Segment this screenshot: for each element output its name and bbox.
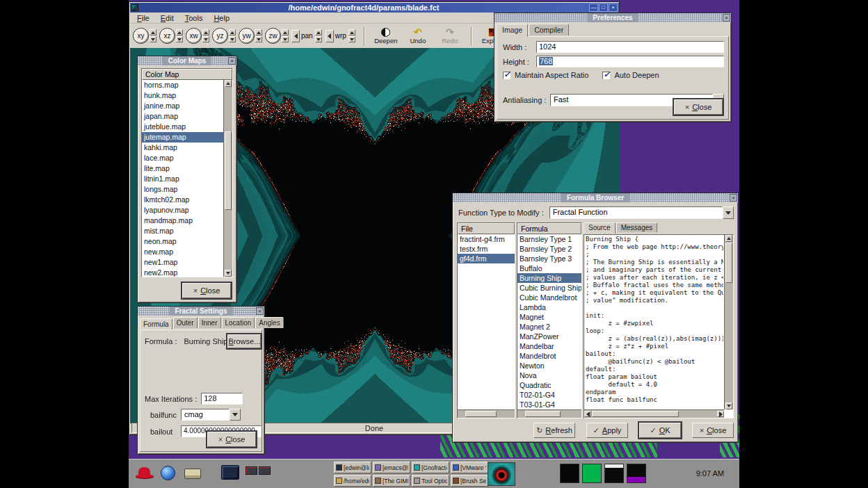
source-tab[interactable]: Messages — [616, 222, 658, 232]
color-swatch[interactable] — [604, 464, 624, 483]
spinner-up-icon[interactable] — [229, 29, 236, 35]
pan-left-icon[interactable] — [291, 30, 300, 42]
colormap-item[interactable]: juteblue.map — [142, 122, 223, 132]
scrollbar-thumb[interactable] — [725, 243, 732, 283]
spinner-down-icon[interactable] — [176, 36, 183, 42]
window-menu-icon[interactable] — [131, 4, 138, 11]
source-tab[interactable]: Source — [584, 222, 616, 234]
file-column-header[interactable]: File — [458, 223, 515, 234]
colormap-item[interactable]: lkmtch02.map — [142, 195, 223, 205]
spinner-down-icon[interactable] — [282, 36, 289, 42]
file-list-hscrollbar[interactable] — [458, 409, 515, 418]
fractal-settings-tab[interactable]: Location — [222, 317, 255, 328]
scrollbar-thumb[interactable] — [592, 411, 679, 417]
spinner-up-icon[interactable] — [150, 29, 156, 35]
source-code[interactable]: Burning Ship { ; From the web page http:… — [586, 236, 723, 409]
formula-item[interactable]: Burning Ship — [517, 273, 581, 283]
spinner-down-icon[interactable] — [315, 36, 322, 42]
rotation-button[interactable]: yw — [239, 28, 255, 44]
scroll-up-icon[interactable] — [725, 235, 732, 242]
chevron-down-icon[interactable] — [723, 206, 734, 219]
minimize-button[interactable]: — — [589, 3, 598, 12]
redhat-menu-icon[interactable] — [136, 466, 154, 481]
terminal-icon[interactable] — [221, 465, 239, 480]
formula-column-header[interactable]: Formula — [517, 223, 581, 234]
workspace-icon[interactable] — [259, 466, 271, 475]
formula-item[interactable]: ManZPower — [517, 332, 581, 341]
spinner-down-icon[interactable] — [255, 36, 262, 42]
task-button[interactable]: [Brush Sele — [451, 475, 488, 487]
formula-item[interactable]: T03-01-G4 — [517, 400, 581, 409]
undo-button[interactable]: ↶ Undo — [402, 24, 434, 47]
menu-item[interactable]: Edit — [155, 13, 179, 23]
scroll-up-icon[interactable] — [225, 80, 232, 87]
colormap-item[interactable]: neon.map — [142, 236, 223, 247]
formula-item[interactable]: Cubic Mandelbrot — [517, 293, 581, 302]
formula-item[interactable]: Nova — [517, 371, 581, 380]
bailfunc-dropdown[interactable]: cmag — [181, 409, 241, 421]
fractal-thumbnail[interactable] — [488, 462, 515, 486]
close-icon[interactable]: × — [228, 57, 236, 65]
colormap-item[interactable]: longs.map — [142, 184, 223, 195]
close-button[interactable]: × Close — [692, 423, 734, 438]
colormap-item[interactable]: lyapunov.map — [142, 205, 223, 215]
close-button[interactable]: × Close — [674, 99, 723, 115]
spinner-up-icon[interactable] — [202, 29, 209, 35]
color-swatch[interactable] — [582, 464, 602, 483]
fractal-settings-tab[interactable]: Formula — [140, 318, 172, 330]
fractal-settings-tab[interactable]: Inner — [198, 317, 221, 328]
spinner-up-icon[interactable] — [315, 29, 322, 35]
width-input[interactable]: 1024 — [536, 41, 724, 53]
formula-item[interactable]: Mandelbrot — [517, 351, 581, 361]
task-button[interactable]: [edwin@loca — [334, 462, 371, 473]
formula-list-hscrollbar[interactable] — [517, 409, 581, 418]
pan-left-icon[interactable] — [326, 30, 334, 42]
colormap-item[interactable]: new1.map — [142, 257, 223, 268]
function-type-dropdown[interactable]: Fractal Function — [549, 206, 734, 219]
formula-item[interactable]: Barnsley Type 1 — [517, 234, 581, 244]
chevron-down-icon[interactable] — [230, 409, 241, 421]
menu-item[interactable]: Help — [208, 13, 235, 23]
colormap-item[interactable]: new.map — [142, 247, 223, 257]
colormap-item[interactable]: litnin1.map — [142, 174, 223, 184]
formula-item[interactable]: Cubic Burning Ship — [517, 283, 581, 293]
menu-item[interactable]: File — [131, 13, 155, 23]
close-icon[interactable]: × — [723, 14, 730, 22]
preferences-titlebar[interactable]: Preferences × — [495, 13, 731, 22]
colormap-item[interactable]: hunk.map — [142, 90, 223, 101]
colormap-item[interactable]: new2.map — [142, 268, 223, 277]
spinner-up-icon[interactable] — [348, 29, 355, 35]
formula-item[interactable]: Magnet — [517, 312, 581, 322]
task-button[interactable]: [Gnofract4D — [412, 462, 449, 473]
workspace-pager[interactable] — [246, 466, 271, 475]
formula-item[interactable]: Quadratic — [517, 380, 581, 390]
spinner-down-icon[interactable] — [150, 36, 156, 42]
source-hscrollbar[interactable] — [584, 409, 724, 418]
color-swatch[interactable] — [627, 464, 646, 483]
colormap-item[interactable]: janine.map — [142, 101, 223, 111]
task-button[interactable]: [VMware Wo — [451, 462, 488, 473]
close-button[interactable]: × Close — [207, 432, 256, 447]
close-icon[interactable]: × — [256, 307, 264, 315]
colormap-scrollbar[interactable] — [223, 80, 232, 277]
rotation-button[interactable]: xw — [186, 28, 202, 44]
fractal-settings-tab[interactable]: Angles — [255, 317, 284, 328]
task-button[interactable]: /home/edwin — [334, 475, 371, 487]
task-button[interactable]: [The GIMP] — [373, 475, 410, 487]
close-button[interactable]: × — [609, 3, 618, 12]
printer-icon[interactable] — [184, 469, 201, 479]
ok-button[interactable]: ✓ OK — [639, 423, 681, 438]
colormap-item[interactable]: japan.map — [142, 111, 223, 122]
formula-item[interactable]: Magnet 2 — [517, 322, 581, 332]
browse-button[interactable]: Browse... — [227, 334, 261, 348]
colormap-item[interactable]: mandmap.map — [142, 215, 223, 226]
browser-icon[interactable] — [161, 466, 175, 480]
formula-browser-titlebar[interactable]: Formula Browser × — [453, 193, 738, 202]
source-vscrollbar[interactable] — [724, 235, 733, 409]
formula-item[interactable]: T02-01-G4 — [517, 390, 581, 400]
refresh-button[interactable]: ↻ Refresh — [533, 423, 575, 438]
formula-item[interactable]: Newton — [517, 361, 581, 371]
formula-item[interactable]: Mandelbar — [517, 341, 581, 351]
scroll-right-icon[interactable] — [717, 411, 724, 417]
close-button[interactable]: × Close — [182, 283, 231, 298]
